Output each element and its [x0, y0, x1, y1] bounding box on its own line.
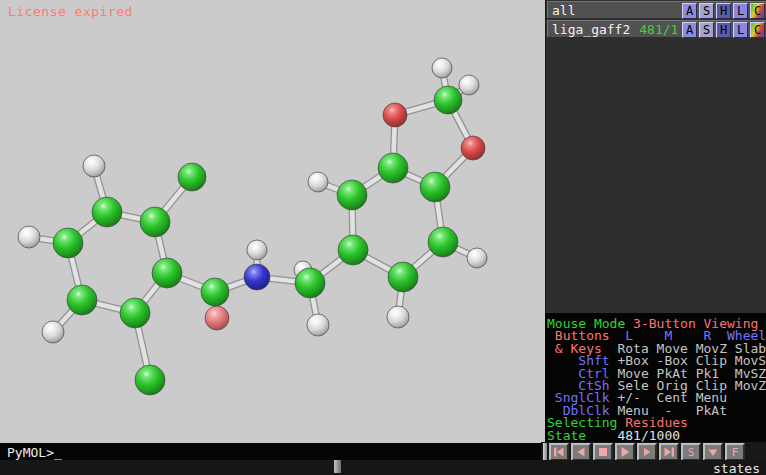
viewport-3d[interactable]: License expired	[0, 0, 545, 443]
f-button-button[interactable]: F	[725, 443, 745, 461]
atom-H[interactable]	[307, 314, 329, 336]
step-forward-button[interactable]	[637, 443, 657, 461]
object-row-all[interactable]: allASHLC	[547, 1, 766, 18]
atom-C[interactable]	[338, 235, 368, 265]
atom-H[interactable]	[83, 155, 105, 177]
color-button[interactable]: C	[750, 22, 765, 38]
atom-C[interactable]	[140, 207, 170, 237]
atom-C[interactable]	[420, 172, 450, 202]
atom-Cl[interactable]	[135, 365, 165, 395]
atom-H[interactable]	[308, 172, 328, 192]
step-back-icon	[574, 446, 588, 458]
atom-Cl[interactable]	[178, 163, 206, 191]
mouse-settings-panel: Mouse Mode 3-Button Viewing Buttons L M …	[545, 313, 766, 443]
ashlc-buttons: ASHLC	[682, 21, 765, 38]
hide-button[interactable]: H	[716, 3, 731, 19]
object-list: allASHLCliga_gaff2481/1ASHLC	[547, 1, 766, 39]
atom-O[interactable]	[205, 306, 229, 330]
states-label: states	[713, 461, 760, 475]
command-cursor: _	[54, 445, 62, 460]
skip-end-icon	[662, 446, 676, 458]
movie-controls: SF	[541, 442, 766, 462]
hide-button[interactable]: H	[716, 22, 731, 38]
object-name[interactable]: liga_gaff2	[552, 22, 630, 37]
object-name[interactable]: all	[552, 3, 575, 18]
hscroll-track[interactable]: states	[0, 460, 766, 475]
stop-button[interactable]	[593, 443, 613, 461]
skip-to-end-button[interactable]	[659, 443, 679, 461]
atom-H[interactable]	[467, 248, 487, 268]
mouse-panel-line-9: State 481/1000	[547, 430, 766, 442]
atom-O[interactable]	[383, 103, 407, 127]
atom-C[interactable]	[388, 262, 418, 292]
atom-C[interactable]	[67, 285, 97, 315]
stop-icon	[596, 446, 610, 458]
step-forward-icon	[640, 446, 654, 458]
atom-C[interactable]	[201, 278, 229, 306]
atom-C[interactable]	[378, 153, 408, 183]
atom-C[interactable]	[295, 268, 325, 298]
atom-H[interactable]	[18, 226, 40, 248]
atom-C[interactable]	[428, 227, 458, 257]
atom-H[interactable]	[432, 58, 452, 78]
command-prompt: PyMOL>_	[7, 445, 62, 460]
atom-C[interactable]	[92, 197, 122, 227]
atom-C[interactable]	[53, 228, 83, 258]
atom-H[interactable]	[459, 75, 479, 95]
play-button[interactable]	[615, 443, 635, 461]
step-back-button[interactable]	[571, 443, 591, 461]
prompt-text: PyMOL>	[7, 445, 54, 460]
hscroll-handle[interactable]	[334, 460, 341, 473]
atom-H[interactable]	[387, 306, 409, 328]
atom-H[interactable]	[247, 240, 267, 260]
license-warning: License expired	[8, 4, 133, 19]
play-icon	[618, 446, 632, 458]
molecule[interactable]	[0, 0, 545, 443]
show-button[interactable]: S	[699, 22, 714, 38]
show-button[interactable]: S	[699, 3, 714, 19]
down-icon	[706, 446, 720, 458]
atom-N[interactable]	[244, 264, 270, 290]
label-button[interactable]: L	[733, 3, 748, 19]
atom-C[interactable]	[337, 180, 367, 210]
menu-dropdown-button[interactable]	[703, 443, 723, 461]
skip-start-icon	[552, 446, 566, 458]
object-row-liga_gaff2[interactable]: liga_gaff2481/1ASHLC	[547, 20, 766, 37]
atom-O[interactable]	[461, 136, 485, 160]
atom-H[interactable]	[42, 321, 64, 343]
label-button[interactable]: L	[733, 22, 748, 38]
action-button[interactable]: A	[682, 3, 697, 19]
vscroll-sliver[interactable]	[543, 443, 547, 461]
s-button-button[interactable]: S	[681, 443, 701, 461]
atom-C[interactable]	[152, 258, 182, 288]
ashlc-buttons: ASHLC	[682, 2, 765, 19]
skip-to-start-button[interactable]	[549, 443, 569, 461]
state-count: 481/1	[639, 22, 678, 37]
color-button[interactable]: C	[750, 3, 765, 19]
playback-buttons: SF	[549, 443, 745, 461]
action-button[interactable]: A	[682, 22, 697, 38]
atom-C[interactable]	[120, 298, 150, 328]
atom-C[interactable]	[434, 86, 462, 114]
